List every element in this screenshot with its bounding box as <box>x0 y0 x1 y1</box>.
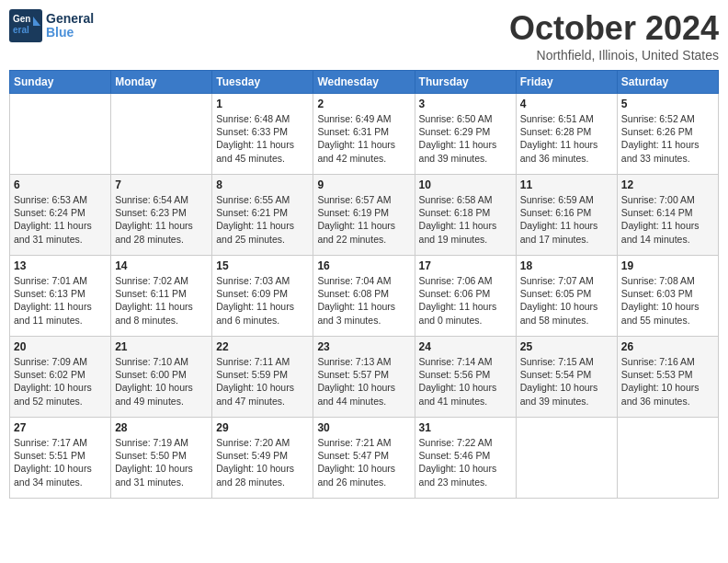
calendar-cell: 1Sunrise: 6:48 AMSunset: 6:33 PMDaylight… <box>212 94 313 175</box>
calendar-cell: 11Sunrise: 6:59 AMSunset: 6:16 PMDayligh… <box>516 175 617 256</box>
calendar-cell: 4Sunrise: 6:51 AMSunset: 6:28 PMDaylight… <box>516 94 617 175</box>
day-number: 27 <box>14 421 107 434</box>
calendar-cell: 29Sunrise: 7:20 AMSunset: 5:49 PMDayligh… <box>212 418 313 499</box>
day-info: Sunrise: 7:06 AMSunset: 6:06 PMDaylight:… <box>419 274 512 327</box>
day-info: Sunrise: 7:19 AMSunset: 5:50 PMDaylight:… <box>115 436 208 488</box>
calendar-cell: 2Sunrise: 6:49 AMSunset: 6:31 PMDaylight… <box>313 94 415 175</box>
day-info: Sunrise: 7:02 AMSunset: 6:11 PMDaylight:… <box>115 274 208 327</box>
calendar-cell: 19Sunrise: 7:08 AMSunset: 6:03 PMDayligh… <box>617 256 718 337</box>
day-info: Sunrise: 7:11 AMSunset: 5:59 PMDaylight:… <box>216 355 309 408</box>
calendar-cell <box>10 94 111 175</box>
calendar-cell: 28Sunrise: 7:19 AMSunset: 5:50 PMDayligh… <box>111 418 212 499</box>
calendar-cell: 9Sunrise: 6:57 AMSunset: 6:19 PMDaylight… <box>313 175 415 256</box>
svg-text:Gen: Gen <box>13 14 30 24</box>
day-info: Sunrise: 6:50 AMSunset: 6:29 PMDaylight:… <box>419 112 512 165</box>
day-info: Sunrise: 6:57 AMSunset: 6:19 PMDaylight:… <box>317 193 410 246</box>
day-number: 13 <box>14 259 107 272</box>
day-number: 21 <box>115 340 208 353</box>
day-info: Sunrise: 6:58 AMSunset: 6:18 PMDaylight:… <box>419 193 512 246</box>
day-info: Sunrise: 7:14 AMSunset: 5:56 PMDaylight:… <box>419 355 512 408</box>
day-info: Sunrise: 7:20 AMSunset: 5:49 PMDaylight:… <box>216 436 309 488</box>
calendar-cell: 24Sunrise: 7:14 AMSunset: 5:56 PMDayligh… <box>415 337 516 418</box>
calendar-cell: 15Sunrise: 7:03 AMSunset: 6:09 PMDayligh… <box>212 256 313 337</box>
calendar-cell: 26Sunrise: 7:16 AMSunset: 5:53 PMDayligh… <box>617 337 718 418</box>
day-number: 7 <box>115 178 208 191</box>
day-info: Sunrise: 7:01 AMSunset: 6:13 PMDaylight:… <box>14 274 107 327</box>
day-number: 2 <box>317 98 410 110</box>
day-info: Sunrise: 7:09 AMSunset: 6:02 PMDaylight:… <box>14 355 107 408</box>
day-number: 6 <box>14 178 107 191</box>
location: Northfield, Illinois, United States <box>509 48 719 63</box>
calendar-cell: 7Sunrise: 6:54 AMSunset: 6:23 PMDaylight… <box>111 175 212 256</box>
day-info: Sunrise: 7:15 AMSunset: 5:54 PMDaylight:… <box>520 355 613 408</box>
day-number: 14 <box>115 259 208 272</box>
day-info: Sunrise: 6:53 AMSunset: 6:24 PMDaylight:… <box>14 193 107 246</box>
day-info: Sunrise: 6:49 AMSunset: 6:31 PMDaylight:… <box>317 112 410 165</box>
calendar-cell: 6Sunrise: 6:53 AMSunset: 6:24 PMDaylight… <box>10 175 111 256</box>
day-number: 26 <box>621 340 714 353</box>
day-number: 8 <box>216 178 309 191</box>
title-area: October 2024 Northfield, Illinois, Unite… <box>509 9 719 63</box>
col-header-sunday: Sunday <box>10 71 111 94</box>
day-info: Sunrise: 7:08 AMSunset: 6:03 PMDaylight:… <box>621 274 714 327</box>
col-header-monday: Monday <box>111 71 212 94</box>
day-info: Sunrise: 7:07 AMSunset: 6:05 PMDaylight:… <box>520 274 613 327</box>
month-title: October 2024 <box>509 9 719 48</box>
calendar-week-1: 1Sunrise: 6:48 AMSunset: 6:33 PMDaylight… <box>10 94 719 175</box>
calendar-cell: 23Sunrise: 7:13 AMSunset: 5:57 PMDayligh… <box>313 337 415 418</box>
day-number: 19 <box>621 259 714 272</box>
day-number: 28 <box>115 421 208 434</box>
day-number: 25 <box>520 340 613 353</box>
logo-text-line2: Blue <box>46 26 94 40</box>
day-info: Sunrise: 7:00 AMSunset: 6:14 PMDaylight:… <box>621 193 714 246</box>
calendar-cell: 21Sunrise: 7:10 AMSunset: 6:00 PMDayligh… <box>111 337 212 418</box>
day-number: 30 <box>317 421 410 434</box>
day-info: Sunrise: 6:48 AMSunset: 6:33 PMDaylight:… <box>216 112 309 165</box>
calendar-cell: 20Sunrise: 7:09 AMSunset: 6:02 PMDayligh… <box>10 337 111 418</box>
day-number: 31 <box>419 421 512 434</box>
calendar-cell <box>516 418 617 499</box>
calendar-cell <box>111 94 212 175</box>
day-info: Sunrise: 7:10 AMSunset: 6:00 PMDaylight:… <box>115 355 208 408</box>
day-number: 24 <box>419 340 512 353</box>
col-header-tuesday: Tuesday <box>212 71 313 94</box>
calendar-cell: 18Sunrise: 7:07 AMSunset: 6:05 PMDayligh… <box>516 256 617 337</box>
header-row: SundayMondayTuesdayWednesdayThursdayFrid… <box>10 71 719 94</box>
day-info: Sunrise: 7:16 AMSunset: 5:53 PMDaylight:… <box>621 355 714 408</box>
calendar-cell: 27Sunrise: 7:17 AMSunset: 5:51 PMDayligh… <box>10 418 111 499</box>
day-number: 17 <box>419 259 512 272</box>
logo-text-line1: General <box>46 12 94 26</box>
day-info: Sunrise: 7:21 AMSunset: 5:47 PMDaylight:… <box>317 436 410 488</box>
day-number: 16 <box>317 259 410 272</box>
day-number: 15 <box>216 259 309 272</box>
day-info: Sunrise: 6:54 AMSunset: 6:23 PMDaylight:… <box>115 193 208 246</box>
calendar-week-5: 27Sunrise: 7:17 AMSunset: 5:51 PMDayligh… <box>10 418 719 499</box>
day-number: 5 <box>621 98 714 110</box>
day-info: Sunrise: 6:51 AMSunset: 6:28 PMDaylight:… <box>520 112 613 165</box>
calendar-cell: 22Sunrise: 7:11 AMSunset: 5:59 PMDayligh… <box>212 337 313 418</box>
calendar-cell: 14Sunrise: 7:02 AMSunset: 6:11 PMDayligh… <box>111 256 212 337</box>
calendar-week-4: 20Sunrise: 7:09 AMSunset: 6:02 PMDayligh… <box>10 337 719 418</box>
col-header-wednesday: Wednesday <box>313 71 415 94</box>
day-number: 22 <box>216 340 309 353</box>
svg-text:eral: eral <box>13 25 29 35</box>
calendar-cell: 31Sunrise: 7:22 AMSunset: 5:46 PMDayligh… <box>415 418 516 499</box>
day-info: Sunrise: 7:22 AMSunset: 5:46 PMDaylight:… <box>419 436 512 488</box>
calendar-week-3: 13Sunrise: 7:01 AMSunset: 6:13 PMDayligh… <box>10 256 719 337</box>
calendar-cell: 17Sunrise: 7:06 AMSunset: 6:06 PMDayligh… <box>415 256 516 337</box>
day-number: 11 <box>520 178 613 191</box>
day-info: Sunrise: 7:03 AMSunset: 6:09 PMDaylight:… <box>216 274 309 327</box>
calendar-cell: 16Sunrise: 7:04 AMSunset: 6:08 PMDayligh… <box>313 256 415 337</box>
day-info: Sunrise: 6:59 AMSunset: 6:16 PMDaylight:… <box>520 193 613 246</box>
calendar-cell: 3Sunrise: 6:50 AMSunset: 6:29 PMDaylight… <box>415 94 516 175</box>
calendar-cell: 13Sunrise: 7:01 AMSunset: 6:13 PMDayligh… <box>10 256 111 337</box>
day-number: 12 <box>621 178 714 191</box>
calendar-cell: 30Sunrise: 7:21 AMSunset: 5:47 PMDayligh… <box>313 418 415 499</box>
logo: Gen eral General Blue <box>9 9 94 42</box>
day-number: 4 <box>520 98 613 110</box>
day-info: Sunrise: 6:52 AMSunset: 6:26 PMDaylight:… <box>621 112 714 165</box>
day-number: 10 <box>419 178 512 191</box>
day-number: 23 <box>317 340 410 353</box>
calendar-cell: 8Sunrise: 6:55 AMSunset: 6:21 PMDaylight… <box>212 175 313 256</box>
day-info: Sunrise: 7:13 AMSunset: 5:57 PMDaylight:… <box>317 355 410 408</box>
